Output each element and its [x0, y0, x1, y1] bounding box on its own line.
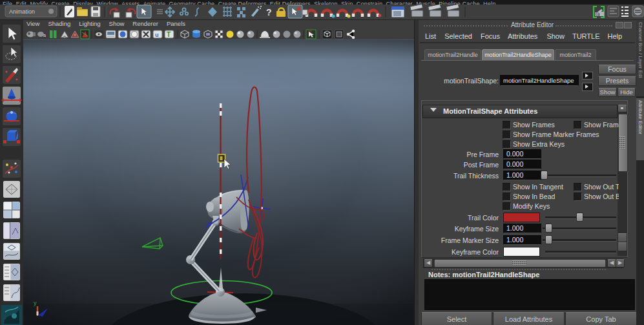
svg-text:Animation: Animation: [9, 8, 35, 15]
svg-text:T: T: [326, 32, 329, 37]
svg-text:T: T: [167, 31, 171, 38]
svg-text:a: a: [43, 33, 46, 37]
svg-text:?: ?: [266, 7, 272, 17]
svg-text:y: y: [34, 300, 37, 306]
svg-text:u: u: [155, 32, 159, 38]
